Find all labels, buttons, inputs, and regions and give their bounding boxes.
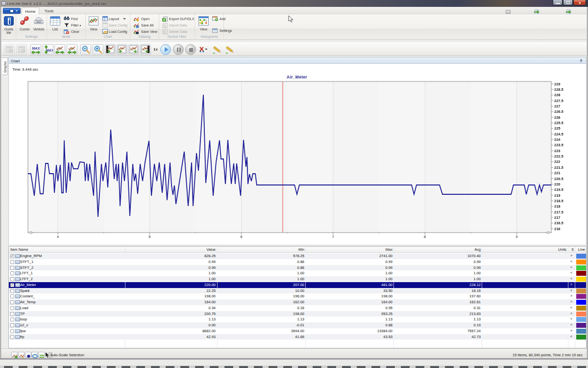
svg-text:227: 227 (554, 104, 561, 108)
svg-text:224: 224 (554, 137, 561, 142)
svg-text:217.5: 217.5 (554, 210, 564, 214)
svg-text:222: 222 (554, 159, 561, 164)
svg-text:224.5: 224.5 (554, 132, 564, 136)
svg-text:220: 220 (554, 182, 561, 186)
svg-text:6: 6 (241, 235, 243, 239)
svg-text:9: 9 (515, 235, 517, 239)
svg-text:223.5: 223.5 (554, 143, 564, 147)
svg-text:216: 216 (554, 227, 561, 231)
svg-text:227.5: 227.5 (554, 99, 564, 103)
svg-text:220.5: 220.5 (554, 177, 564, 181)
svg-text:218: 218 (554, 204, 561, 209)
svg-text:5: 5 (148, 235, 150, 239)
svg-text:4: 4 (57, 235, 59, 239)
svg-text:219.5: 219.5 (554, 187, 564, 192)
svg-text:218.5: 218.5 (554, 199, 564, 203)
svg-text:217: 217 (554, 215, 561, 220)
svg-text:216.5: 216.5 (554, 221, 564, 225)
svg-text:7: 7 (332, 235, 334, 239)
svg-text:229: 229 (554, 82, 561, 86)
svg-text:228.5: 228.5 (554, 87, 564, 92)
svg-text:8: 8 (424, 235, 426, 239)
svg-text:222.5: 222.5 (554, 154, 564, 158)
svg-text:221: 221 (554, 171, 561, 175)
svg-text:228: 228 (554, 93, 561, 97)
svg-text:221.5: 221.5 (554, 165, 564, 170)
svg-text:225.5: 225.5 (554, 121, 564, 125)
svg-text:223: 223 (554, 149, 561, 153)
svg-text:219: 219 (554, 193, 561, 198)
svg-text:226: 226 (554, 115, 561, 120)
svg-text:225: 225 (554, 126, 561, 131)
svg-text:226.5: 226.5 (554, 109, 564, 114)
